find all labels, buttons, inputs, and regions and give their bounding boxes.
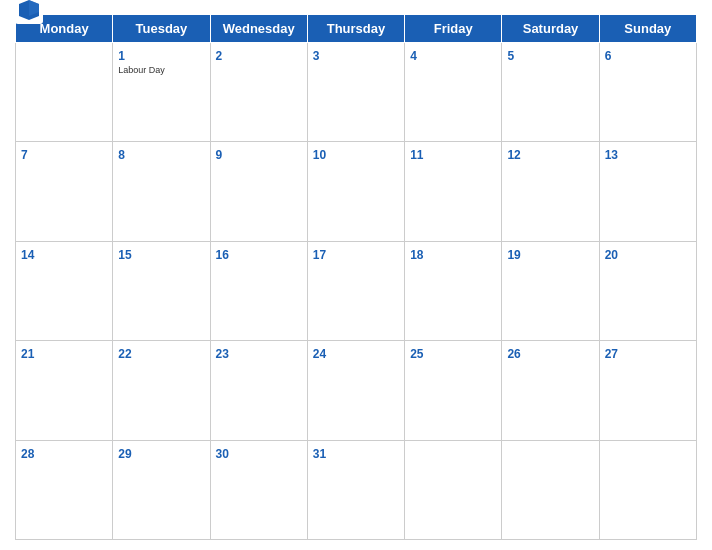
day-number: 6 xyxy=(605,49,612,63)
day-number: 7 xyxy=(21,148,28,162)
day-number: 28 xyxy=(21,447,34,461)
day-number: 12 xyxy=(507,148,520,162)
weekday-header-tuesday: Tuesday xyxy=(113,15,210,43)
calendar-cell: 22 xyxy=(113,341,210,440)
day-number: 10 xyxy=(313,148,326,162)
day-number: 18 xyxy=(410,248,423,262)
calendar-cell: 30 xyxy=(210,440,307,539)
day-number: 2 xyxy=(216,49,223,63)
calendar-cell: 29 xyxy=(113,440,210,539)
day-number: 25 xyxy=(410,347,423,361)
calendar-cell: 14 xyxy=(16,241,113,340)
day-number: 16 xyxy=(216,248,229,262)
day-number: 29 xyxy=(118,447,131,461)
calendar-cell: 10 xyxy=(307,142,404,241)
logo-icon xyxy=(15,0,43,24)
day-number: 23 xyxy=(216,347,229,361)
day-number: 9 xyxy=(216,148,223,162)
calendar-table: MondayTuesdayWednesdayThursdayFridaySatu… xyxy=(15,14,697,540)
day-number: 30 xyxy=(216,447,229,461)
calendar-cell: 1Labour Day xyxy=(113,43,210,142)
day-number: 3 xyxy=(313,49,320,63)
calendar-cell: 2 xyxy=(210,43,307,142)
weekday-header-thursday: Thursday xyxy=(307,15,404,43)
day-number: 15 xyxy=(118,248,131,262)
day-number: 8 xyxy=(118,148,125,162)
weekday-header-saturday: Saturday xyxy=(502,15,599,43)
week-row-3: 14151617181920 xyxy=(16,241,697,340)
weekday-header-wednesday: Wednesday xyxy=(210,15,307,43)
calendar-cell: 17 xyxy=(307,241,404,340)
week-row-5: 28293031 xyxy=(16,440,697,539)
week-row-2: 78910111213 xyxy=(16,142,697,241)
calendar-cell: 6 xyxy=(599,43,696,142)
week-row-4: 21222324252627 xyxy=(16,341,697,440)
calendar-cell xyxy=(16,43,113,142)
calendar-cell: 4 xyxy=(405,43,502,142)
weekday-header-friday: Friday xyxy=(405,15,502,43)
calendar-cell: 24 xyxy=(307,341,404,440)
day-number: 27 xyxy=(605,347,618,361)
calendar-cell: 18 xyxy=(405,241,502,340)
calendar-cell: 8 xyxy=(113,142,210,241)
day-number: 24 xyxy=(313,347,326,361)
calendar-cell: 9 xyxy=(210,142,307,241)
day-number: 5 xyxy=(507,49,514,63)
calendar-cell: 20 xyxy=(599,241,696,340)
day-number: 1 xyxy=(118,49,125,63)
calendar-cell: 15 xyxy=(113,241,210,340)
calendar-cell: 5 xyxy=(502,43,599,142)
calendar-cell: 23 xyxy=(210,341,307,440)
calendar-cell: 3 xyxy=(307,43,404,142)
day-number: 26 xyxy=(507,347,520,361)
day-number: 17 xyxy=(313,248,326,262)
day-number: 20 xyxy=(605,248,618,262)
day-number: 31 xyxy=(313,447,326,461)
calendar-cell: 12 xyxy=(502,142,599,241)
calendar-cell: 28 xyxy=(16,440,113,539)
calendar-cell xyxy=(502,440,599,539)
weekday-header-sunday: Sunday xyxy=(599,15,696,43)
calendar-cell: 13 xyxy=(599,142,696,241)
calendar-cell xyxy=(405,440,502,539)
day-number: 13 xyxy=(605,148,618,162)
calendar-cell: 26 xyxy=(502,341,599,440)
calendar-cell: 19 xyxy=(502,241,599,340)
weekday-header-row: MondayTuesdayWednesdayThursdayFridaySatu… xyxy=(16,15,697,43)
day-number: 22 xyxy=(118,347,131,361)
day-number: 21 xyxy=(21,347,34,361)
calendar-cell xyxy=(599,440,696,539)
calendar-cell: 7 xyxy=(16,142,113,241)
day-number: 11 xyxy=(410,148,423,162)
calendar-cell: 11 xyxy=(405,142,502,241)
calendar-cell: 31 xyxy=(307,440,404,539)
day-number: 19 xyxy=(507,248,520,262)
calendar-cell: 21 xyxy=(16,341,113,440)
logo xyxy=(15,0,46,24)
calendar-cell: 25 xyxy=(405,341,502,440)
calendar-cell: 16 xyxy=(210,241,307,340)
day-number: 14 xyxy=(21,248,34,262)
calendar-cell: 27 xyxy=(599,341,696,440)
day-number: 4 xyxy=(410,49,417,63)
week-row-1: 1Labour Day23456 xyxy=(16,43,697,142)
holiday-label: Labour Day xyxy=(118,65,204,75)
